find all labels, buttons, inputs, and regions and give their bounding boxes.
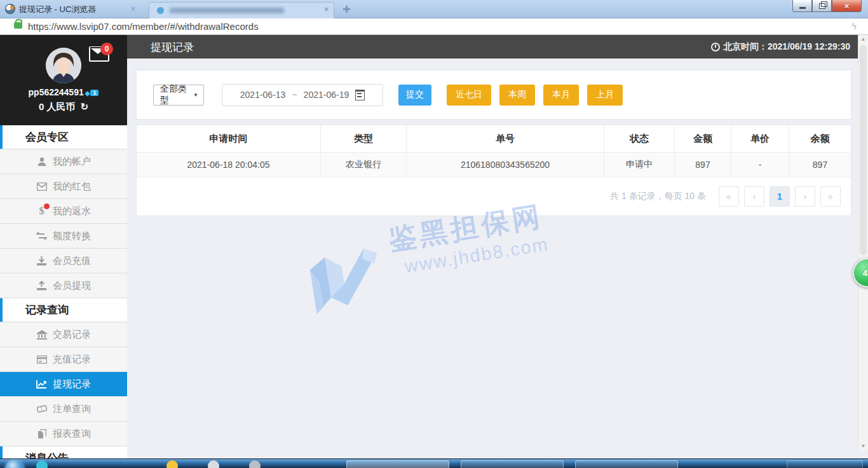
sidebar-item-my-rebate[interactable]: $ 我的返水 bbox=[0, 199, 127, 224]
sidebar-item-quota-transfer[interactable]: 额度转换 bbox=[0, 224, 127, 249]
tab-background[interactable]: × bbox=[149, 2, 334, 18]
sidebar-item-member-withdraw[interactable]: 会员提现 bbox=[0, 273, 127, 298]
download-icon bbox=[36, 256, 47, 266]
mail-badge: 0 bbox=[100, 43, 113, 55]
pagination: 共 1 条记录，每页 10 条 « ‹ 1 › » bbox=[137, 177, 851, 216]
taskbar-icon[interactable] bbox=[166, 460, 178, 468]
sidebar-item-my-account[interactable]: 我的帐户 bbox=[0, 149, 127, 174]
quick-lastmonth-button[interactable]: 上月 bbox=[587, 85, 623, 106]
col-balance: 余额 bbox=[789, 125, 851, 153]
sidebar-item-label: 报表查询 bbox=[53, 428, 91, 440]
type-select[interactable]: 全部类型 ▼ bbox=[153, 85, 204, 106]
sidebar-item-withdrawal-records[interactable]: 提现记录 bbox=[0, 372, 127, 397]
balance: 0 人民币 bbox=[39, 101, 76, 112]
date-end: 2021-06-19 bbox=[304, 90, 349, 100]
tab2-close-icon[interactable]: × bbox=[324, 5, 329, 14]
close-icon: × bbox=[844, 1, 850, 11]
window-title: 提现记录 - UC浏览器 bbox=[19, 4, 96, 15]
col-order-no: 单号 bbox=[407, 125, 604, 153]
cell-unit-price: - bbox=[731, 153, 789, 177]
cell-type: 农业银行 bbox=[321, 153, 407, 177]
transfer-arrows-icon bbox=[36, 231, 47, 242]
date-separator: ~ bbox=[292, 90, 297, 100]
taskbar-icon[interactable] bbox=[249, 460, 261, 468]
watermark-logo-icon bbox=[301, 240, 395, 331]
quick-last7days-button[interactable]: 近七日 bbox=[447, 85, 491, 106]
titlebar: 提现记录 - UC浏览器 × × × bbox=[0, 0, 868, 18]
taskbar-button[interactable] bbox=[346, 460, 449, 468]
col-amount: 金额 bbox=[675, 125, 731, 153]
table-header-row: 申请时间 类型 单号 状态 金额 单价 余额 bbox=[137, 125, 851, 153]
sidebar-item-transaction-records[interactable]: 交易记录 bbox=[0, 322, 127, 347]
vip-badge: ◆1 bbox=[85, 90, 99, 97]
vertical-scrollbar[interactable]: ▲ ▼ bbox=[858, 35, 868, 450]
cell-apply-time: 2021-06-18 20:04:05 bbox=[137, 153, 321, 177]
sidebar-section-records: 记录查询 bbox=[0, 298, 127, 322]
records-table: 申请时间 类型 单号 状态 金额 单价 余额 2021-06-18 20:04:… bbox=[136, 125, 851, 216]
sidebar-item-deposit-records[interactable]: 充值记录 bbox=[0, 347, 127, 372]
next-page-button[interactable]: › bbox=[795, 186, 815, 207]
report-file-icon bbox=[36, 429, 47, 439]
taskbar-clock-area[interactable] bbox=[787, 460, 863, 468]
credit-card-icon bbox=[36, 354, 47, 365]
sidebar-item-label: 交易记录 bbox=[53, 329, 91, 341]
username: pp562244591 bbox=[29, 87, 84, 97]
uc-favicon-icon bbox=[5, 4, 15, 14]
chart-line-icon bbox=[36, 379, 47, 390]
speed-mode-icon[interactable]: ϟ bbox=[852, 21, 857, 31]
tab1-close-icon[interactable]: × bbox=[131, 4, 135, 13]
submit-button[interactable]: 提交 bbox=[398, 85, 431, 106]
restore-icon bbox=[819, 3, 825, 9]
sidebar-item-label: 我的红包 bbox=[53, 181, 91, 193]
beijing-time: 北京时间：2021/06/19 12:29:30 bbox=[711, 41, 850, 53]
watermark-url: www.jhdb8.com bbox=[403, 234, 550, 277]
scroll-down-icon[interactable]: ▼ bbox=[858, 443, 868, 449]
scroll-up-icon[interactable]: ▲ bbox=[858, 36, 868, 42]
quick-thismonth-button[interactable]: 本月 bbox=[543, 85, 579, 106]
clock-icon bbox=[711, 43, 720, 52]
username-row: pp562244591◆1 bbox=[0, 87, 127, 97]
minimize-button[interactable] bbox=[792, 0, 812, 12]
col-apply-time: 申请时间 bbox=[137, 125, 321, 153]
minimize-icon bbox=[799, 7, 806, 9]
browser-window: 提现记录 - UC浏览器 × × × https://www.lsvip07.c… bbox=[0, 0, 868, 468]
avatar[interactable] bbox=[46, 48, 81, 83]
beijing-time-text: 北京时间：2021/06/19 12:29:30 bbox=[723, 41, 850, 53]
refresh-balance-icon[interactable]: ↻ bbox=[80, 101, 88, 113]
col-type: 类型 bbox=[321, 125, 407, 153]
last-page-button[interactable]: » bbox=[820, 186, 841, 207]
sidebar-item-label: 充值记录 bbox=[53, 354, 91, 366]
prev-page-button[interactable]: ‹ bbox=[744, 186, 764, 207]
cell-amount: 897 bbox=[675, 153, 731, 177]
address-bar: https://www.lsvip07.com/member/#/withdra… bbox=[0, 18, 868, 35]
filter-panel: 全部类型 ▼ 2021-06-13 ~ 2021-06-19 提交 近七日 本周… bbox=[136, 70, 851, 120]
new-tab-button[interactable] bbox=[343, 6, 350, 13]
vip-diamond-icon: ◆ bbox=[85, 90, 90, 97]
vip-level: 1 bbox=[90, 90, 98, 96]
sidebar-item-label: 会员充值 bbox=[53, 255, 91, 267]
quick-thisweek-button[interactable]: 本周 bbox=[499, 85, 535, 106]
sidebar-item-my-redpacket[interactable]: 我的红包 bbox=[0, 174, 127, 199]
page-1-button[interactable]: 1 bbox=[770, 186, 790, 207]
col-unit-price: 单价 bbox=[731, 125, 789, 153]
first-page-button[interactable]: « bbox=[719, 186, 739, 207]
type-select-value: 全部类型 bbox=[160, 83, 193, 106]
sidebar-item-bet-query[interactable]: 注单查询 bbox=[0, 397, 127, 422]
start-orb-button[interactable] bbox=[5, 460, 24, 468]
tab2-favicon-icon bbox=[157, 7, 164, 14]
url-field[interactable]: https://www.lsvip07.com/member/#/withdra… bbox=[28, 21, 259, 32]
sidebar-item-label: 额度转换 bbox=[53, 230, 91, 242]
scrollbar-thumb[interactable] bbox=[860, 45, 867, 255]
date-range-input[interactable]: 2021-06-13 ~ 2021-06-19 bbox=[222, 84, 383, 106]
taskbar-icon[interactable] bbox=[208, 460, 219, 468]
taskbar-icon[interactable] bbox=[36, 460, 48, 468]
tab2-title-redacted bbox=[170, 8, 284, 13]
sidebar-item-report-query[interactable]: 报表查询 bbox=[0, 422, 127, 446]
table-row: 2021-06-18 20:04:05 农业银行 210618080343565… bbox=[137, 153, 851, 177]
sidebar-item-member-deposit[interactable]: 会员充值 bbox=[0, 249, 127, 273]
restore-button[interactable] bbox=[812, 0, 832, 12]
taskbar-button[interactable] bbox=[461, 460, 564, 468]
close-button[interactable]: × bbox=[832, 0, 862, 12]
taskbar-button[interactable] bbox=[575, 460, 678, 468]
user-icon bbox=[36, 156, 47, 167]
